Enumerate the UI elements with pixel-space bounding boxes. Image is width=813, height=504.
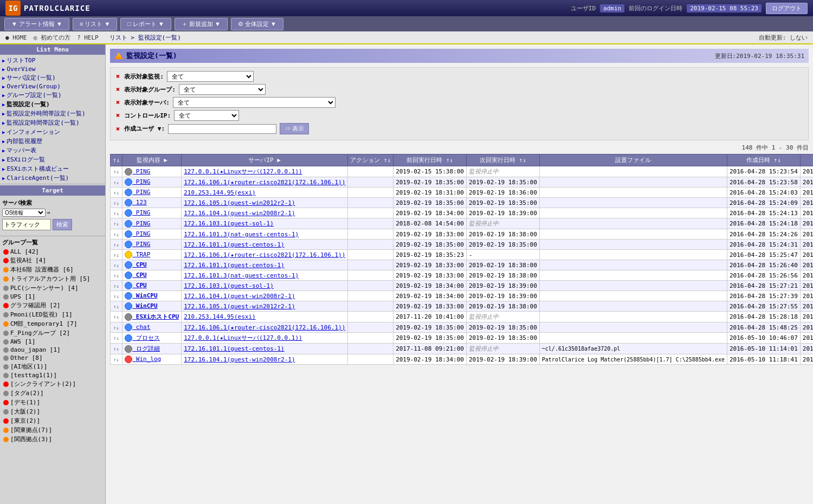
sidebar-item-esxi-host[interactable]: ▶ESXiホスト構成ビュー	[0, 164, 105, 173]
server-ip-link[interactable]: 172.16.104.1(guest-win2008r2-1)	[184, 210, 295, 217]
filter-server-select[interactable]: 全て	[173, 97, 335, 108]
group-item-osaka[interactable]: [大阪(2)]	[2, 407, 103, 416]
server-ip-link[interactable]: 172.16.101.3(nat-guest-centos-1)	[184, 231, 299, 238]
monitor-link[interactable]: PING	[132, 168, 150, 175]
monitor-link[interactable]: PING	[132, 189, 150, 196]
group-item-tag-a[interactable]: [タグa(2)]	[2, 389, 103, 398]
server-ip-link[interactable]: 172.16.101.3(nat-guest-centos-1)	[184, 272, 299, 279]
monitor-link[interactable]: CPU	[132, 282, 147, 289]
home-link[interactable]: ● HOME	[5, 34, 27, 41]
group-item-plc[interactable]: PLC(シーケンサー) [4]	[2, 283, 103, 293]
th-sort-nav[interactable]: ↑↓	[111, 154, 122, 166]
server-ip-link[interactable]: 172.16.105.1(guest-win2012r2-1)	[184, 303, 295, 310]
monitor-link[interactable]: PING	[132, 209, 150, 216]
monitor-link[interactable]: CPU	[132, 272, 147, 279]
th-monitor-content[interactable]: 監視内容 ▶	[122, 154, 182, 166]
th-next-exec[interactable]: 次回実行日時 ↑↓	[466, 154, 539, 166]
server-ip-link[interactable]: 210.253.144.95(esxi)	[184, 313, 255, 320]
sidebar-item-monitor-settings[interactable]: ▶監視設定(一覧)	[0, 100, 105, 109]
th-prev-exec[interactable]: 前回実行日時 ↑↓	[393, 154, 467, 166]
server-ip-link[interactable]: 172.16.106.1(★router-cisco2821(172.16.10…	[184, 179, 345, 186]
group-item-tokyo[interactable]: [東京(2)]	[2, 416, 103, 425]
th-action[interactable]: アクション ↑↓	[348, 154, 393, 166]
server-ip-link[interactable]: 172.16.106.1(★router-cisco2821(172.16.10…	[184, 251, 345, 259]
group-item-ups[interactable]: UPS [1]	[2, 293, 103, 301]
sidebar-item-server-settings[interactable]: ▶サーバ設定(一覧)	[0, 73, 105, 82]
group-item-trial[interactable]: トライアルアカウント用 [5]	[2, 274, 103, 283]
group-item-demo[interactable]: [デモ(1)]	[2, 398, 103, 407]
help-link[interactable]: ? HELP	[77, 34, 99, 41]
monitor-link[interactable]: PING	[132, 230, 150, 237]
search-button[interactable]: 検索	[53, 219, 72, 230]
group-item-all[interactable]: ALL [42]	[2, 248, 103, 256]
monitor-link[interactable]: ログ詳細	[132, 345, 160, 352]
group-item-kansai[interactable]: [関西拠点(3)]	[2, 435, 103, 444]
monitor-link[interactable]: PING	[132, 178, 150, 185]
monitor-link[interactable]: Win_log	[132, 356, 161, 363]
list-button[interactable]: ≡ リスト ▼	[73, 18, 117, 30]
new-add-button[interactable]: ＋ 新規追加 ▼	[175, 18, 228, 30]
monitor-link[interactable]: chat	[132, 324, 150, 331]
filter-control-ip-select[interactable]: 全て	[174, 110, 239, 121]
sidebar-item-overview[interactable]: ▶OverView	[0, 65, 105, 73]
sidebar-item-esxi-log[interactable]: ▶ESXiログ一覧	[0, 155, 105, 164]
server-ip-link[interactable]: 172.16.101.1(guest-centos-1)	[184, 262, 284, 269]
server-ip-link[interactable]: 172.16.104.1(guest-win2008r2-1)	[184, 293, 295, 300]
monitor-link[interactable]: 123	[132, 199, 147, 206]
sidebar-item-monitor-outside[interactable]: ▶監視設定外時間帯設定(一覧)	[0, 109, 105, 118]
monitor-link[interactable]: ESXiホストCPU	[132, 313, 179, 320]
server-ip-link[interactable]: 172.16.101.1(guest-centos-1)	[184, 241, 284, 248]
server-ip-link[interactable]: 127.0.0.1(★Linuxサーバ(127.0.0.1))	[184, 334, 302, 341]
alert-info-button[interactable]: ▼ アラート情報 ▼	[4, 18, 69, 30]
show-button[interactable]: ⇒ 表示	[280, 123, 309, 134]
group-item-aws[interactable]: AWS [1]	[2, 338, 103, 346]
sidebar-item-overview-group[interactable]: ▶OverView(Group)	[0, 82, 105, 91]
group-item-f-ping[interactable]: F_Pingグループ [2]	[2, 328, 103, 338]
server-search-select[interactable]: OS情報	[2, 209, 46, 217]
monitor-link[interactable]: プロセス	[132, 334, 160, 341]
group-item-monitor-a[interactable]: 監視A社 [4]	[2, 256, 103, 265]
monitor-link[interactable]: WinCPU	[132, 292, 157, 299]
sidebar-item-clarice-agent[interactable]: ▶ClariceAgent(一覧)	[0, 173, 105, 183]
group-item-testtag1[interactable]: [testtag1(1)]	[2, 371, 103, 379]
server-ip-link[interactable]: 172.16.103.1(guest-sol-1)	[184, 220, 274, 227]
group-item-pmoni[interactable]: Pmoni(LED監視) [1]	[2, 310, 103, 319]
group-item-kanto[interactable]: [関東拠点(7)]	[2, 425, 103, 435]
sidebar-item-group-settings[interactable]: ▶グループ設定(一覧)	[0, 91, 105, 100]
sidebar-item-monitor-time[interactable]: ▶監視設定時間帯設定(一覧)	[0, 118, 105, 127]
sidebar-item-mapper[interactable]: ▶マッパー表	[0, 146, 105, 155]
sidebar-item-internal-history[interactable]: ▶内部監視履歴	[0, 137, 105, 146]
server-ip-link[interactable]: 172.16.104.1(guest-win2008r2-1)	[184, 356, 295, 363]
th-server-ip[interactable]: サーバIP ▶	[182, 154, 348, 166]
filter-group-select[interactable]: 全て	[179, 84, 266, 95]
server-ip-link[interactable]: 172.16.101.1(guest-centos-1)	[184, 345, 284, 352]
guide-link[interactable]: ◎ 初めての方	[34, 34, 70, 42]
monitor-link[interactable]: CPU	[132, 261, 147, 268]
report-button[interactable]: □ レポート ▼	[120, 18, 171, 30]
monitor-link[interactable]: PING	[132, 241, 150, 248]
group-item-cm-temp[interactable]: CM部_temporary1 [7]	[2, 319, 103, 328]
server-ip-link[interactable]: 172.16.105.1(guest-win2012r2-1)	[184, 199, 295, 206]
group-item-graph[interactable]: グラフ確認用 [2]	[2, 301, 103, 310]
server-ip-link[interactable]: 210.253.144.95(esxi)	[184, 189, 255, 196]
filter-monitor-select[interactable]: 全て	[167, 71, 254, 82]
monitor-link[interactable]: WinCPU	[132, 302, 157, 309]
server-ip-link[interactable]: 127.0.0.1(★Linuxサーバ(127.0.0.1))	[184, 168, 302, 175]
group-item-other[interactable]: Other [8]	[2, 354, 103, 362]
logout-button[interactable]: ログアウト	[766, 3, 808, 14]
group-item-thin-client[interactable]: [シンクライアント(2)]	[2, 379, 103, 389]
monitor-link[interactable]: TRAP	[132, 251, 150, 258]
group-item-hq-6f[interactable]: 本社6階 設置機器 [6]	[2, 265, 103, 274]
th-created-at[interactable]: 作成日時 ↑↓	[727, 154, 800, 166]
sidebar-item-list-top[interactable]: ▶リストTOP	[0, 56, 105, 65]
group-item-ai-zone[interactable]: [AI地区(1)]	[2, 362, 103, 371]
sidebar-item-information[interactable]: ▶インフォメーション	[0, 127, 105, 137]
th-install-file[interactable]: 設置ファイル	[539, 154, 727, 166]
traffic-input[interactable]	[2, 219, 51, 230]
monitor-link[interactable]: PING	[132, 220, 150, 227]
group-item-daou[interactable]: daou_japan [1]	[2, 346, 103, 354]
server-ip-link[interactable]: 172.16.103.1(guest-sol-1)	[184, 282, 274, 289]
th-modified-at[interactable]: 修正日時 ↑↓	[800, 154, 813, 166]
server-ip-link[interactable]: 172.16.106.1(★router-cisco2821(172.16.10…	[184, 324, 345, 331]
global-settings-button[interactable]: ⚙ 全体設定 ▼	[231, 18, 283, 30]
